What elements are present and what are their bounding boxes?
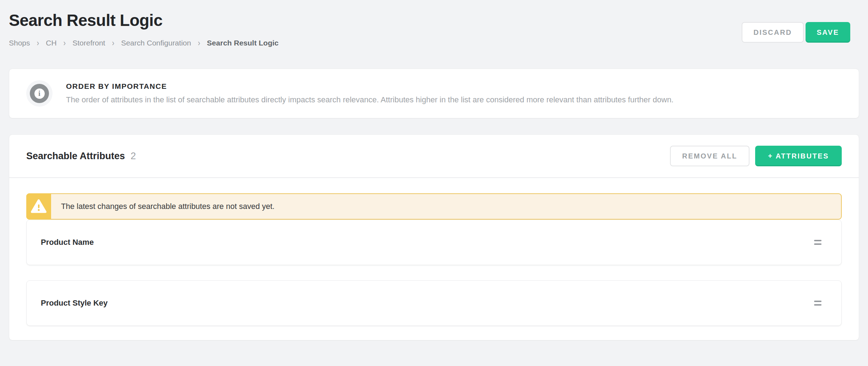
breadcrumb: Shops › CH › Storefront › Search Configu… — [9, 39, 859, 47]
breadcrumb-item-current: Search Result Logic — [207, 39, 279, 47]
attribute-row-product-name[interactable]: Product Name — [26, 220, 842, 265]
drag-handle-icon[interactable] — [813, 237, 823, 248]
chevron-right-icon: › — [198, 38, 200, 48]
page-header: Search Result Logic Shops › CH › Storefr… — [9, 0, 859, 47]
attribute-label: Product Style Key — [41, 298, 108, 308]
breadcrumb-item-search-configuration[interactable]: Search Configuration — [121, 39, 191, 47]
header-actions: DISCARD SAVE — [742, 22, 850, 43]
chevron-right-icon: › — [112, 38, 114, 48]
unsaved-changes-warning: The latest changes of searchable attribu… — [26, 193, 842, 220]
breadcrumb-item-ch[interactable]: CH — [46, 39, 56, 47]
add-attributes-button[interactable]: + ATTRIBUTES — [755, 146, 842, 166]
page: Search Result Logic Shops › CH › Storefr… — [0, 0, 868, 340]
info-icon: i — [26, 80, 53, 107]
attributes-count-badge: 2 — [131, 151, 136, 162]
chevron-right-icon: › — [37, 38, 39, 48]
info-banner-title: ORDER BY IMPORTANCE — [66, 82, 674, 91]
attribute-label: Product Name — [41, 238, 94, 247]
discard-button[interactable]: DISCARD — [742, 22, 804, 43]
attribute-row-product-style-key[interactable]: Product Style Key — [26, 280, 842, 326]
remove-all-button[interactable]: REMOVE ALL — [670, 146, 749, 166]
order-by-importance-banner: i ORDER BY IMPORTANCE The order of attri… — [9, 69, 859, 118]
breadcrumb-item-storefront[interactable]: Storefront — [72, 39, 105, 47]
info-banner-body: The order of attributes in the list of s… — [66, 95, 674, 105]
panel-body: The latest changes of searchable attribu… — [9, 178, 859, 340]
panel-header: Searchable Attributes 2 REMOVE ALL + ATT… — [9, 135, 859, 177]
breadcrumb-item-shops[interactable]: Shops — [9, 39, 30, 47]
warning-icon — [26, 193, 51, 220]
panel-title: Searchable Attributes — [26, 151, 125, 162]
panel-actions: REMOVE ALL + ATTRIBUTES — [670, 146, 842, 166]
searchable-attributes-panel: Searchable Attributes 2 REMOVE ALL + ATT… — [9, 134, 859, 340]
warning-message: The latest changes of searchable attribu… — [61, 202, 275, 211]
page-title: Search Result Logic — [9, 11, 859, 30]
info-banner-text: ORDER BY IMPORTANCE The order of attribu… — [66, 82, 674, 105]
save-button[interactable]: SAVE — [806, 22, 850, 43]
drag-handle-icon[interactable] — [813, 298, 823, 308]
chevron-right-icon: › — [64, 38, 66, 48]
